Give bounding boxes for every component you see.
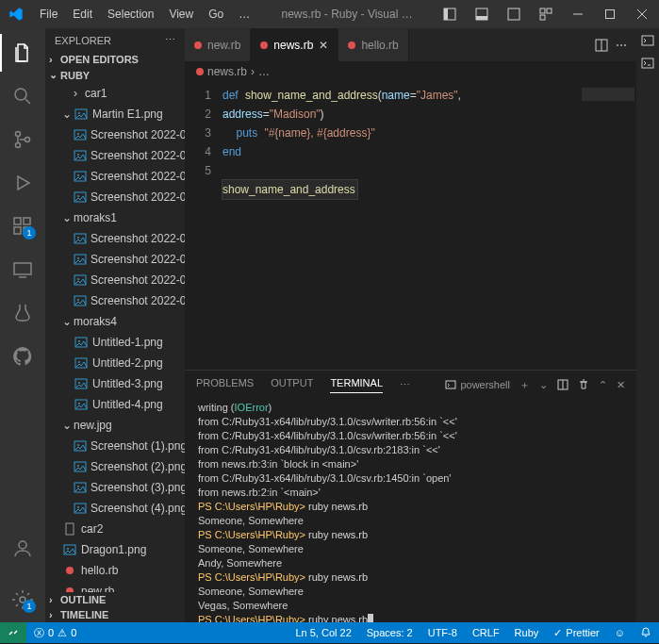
menu-view[interactable]: View [161,4,201,25]
tree-item[interactable]: Untitled-4.png [45,394,185,415]
menu-file[interactable]: File [32,4,65,25]
activity-search[interactable] [0,77,45,115]
prettier[interactable]: ✓Prettier [546,622,606,643]
tree-item[interactable]: Dragon1.png [45,539,185,560]
layout-right-icon[interactable] [501,0,527,28]
tree-item[interactable]: new.rb [45,581,185,592]
svg-point-42 [77,299,79,301]
eol[interactable]: CRLF [465,622,507,643]
encoding[interactable]: UTF-8 [420,622,465,643]
panel-terminal[interactable]: TERMINAL [330,377,383,393]
svg-point-56 [77,486,79,487]
tab-news[interactable]: news.rb✕ [251,28,338,61]
terminal-action-icon[interactable] [641,34,654,47]
activity-github[interactable] [0,338,45,375]
menu-more[interactable]: … [231,4,257,25]
activity-account[interactable] [0,530,45,568]
minimize-button[interactable] [565,0,591,28]
image-icon [74,356,89,370]
tree-item[interactable]: Screenshot (1).png [45,436,185,456]
activity-settings[interactable]: 1 [0,581,45,619]
menu-go[interactable]: Go [201,4,231,25]
remote-button[interactable] [0,622,26,643]
maximize-button[interactable] [597,0,623,28]
spaces[interactable]: Spaces: 2 [359,622,420,643]
tree-item[interactable]: Untitled-3.png [45,373,185,394]
activity-debug[interactable] [0,164,45,202]
svg-point-38 [77,257,79,259]
outline-section[interactable]: ›OUTLINE [45,592,185,607]
tree-item[interactable]: Screenshot (3).png [45,477,185,498]
panel-output[interactable]: OUTPUT [271,377,313,392]
activity-explorer[interactable] [0,34,45,72]
tree-label: Screenshot (2).png [91,460,185,473]
tree-item[interactable]: Screenshot (4).png [45,498,185,519]
image-icon [74,398,89,411]
tree-item[interactable]: Screenshot 2022-02-… [45,145,185,166]
bell-icon[interactable] [633,622,659,643]
tree-label: Screenshot 2022-02-… [91,149,185,162]
tree-label: Screenshot 2022-01-… [91,128,185,141]
split-terminal-icon[interactable] [557,379,568,390]
layout-custom-icon[interactable] [533,0,559,28]
editor-content[interactable]: def show_name_and_address(name="James", … [222,82,636,370]
close-icon[interactable]: ✕ [319,39,328,52]
layout-left-icon[interactable] [437,0,463,28]
minimap[interactable] [580,82,636,370]
panel-more-icon[interactable]: ⋯ [400,379,410,391]
tab-new[interactable]: new.rb [185,28,251,61]
chevron-down-icon[interactable]: ⌄ [539,379,548,391]
tree-item[interactable]: Screenshot (2).png [45,456,185,477]
lang[interactable]: Ruby [507,622,547,643]
menu-edit[interactable]: Edit [65,4,100,25]
tree-label: new.jpg [74,419,112,432]
panel-problems[interactable]: PROBLEMS [196,377,254,392]
tree-item[interactable]: Untitled-2.png [45,353,185,373]
tree-item[interactable]: Screenshot 2022-01-… [45,124,185,145]
chevron-up-icon[interactable]: ⌃ [599,379,607,391]
tree-item[interactable]: hello.rb [45,560,185,581]
feedback-icon[interactable]: ☺ [607,622,633,643]
tab-more-icon[interactable]: ⋯ [616,39,627,52]
terminal-output[interactable]: writing (IOError) from C:/Ruby31-x64/lib… [185,399,636,622]
tree-item[interactable]: Screenshot 2022-02-… [45,166,185,187]
trash-icon[interactable] [578,379,589,390]
tree-item[interactable]: ⌄new.jpg [45,415,185,436]
terminal-dropdown[interactable]: powershell [445,379,510,390]
image-icon [74,377,89,390]
tree-item[interactable]: car2 [45,519,185,539]
activity-testing[interactable] [0,294,45,332]
activity-extensions[interactable]: 1 [0,207,45,245]
svg-line-13 [25,99,30,104]
menu-selection[interactable]: Selection [100,4,161,25]
tree-item[interactable]: Screenshot 2022-02-… [45,290,185,311]
layout-bottom-icon[interactable] [469,0,495,28]
ext-badge: 1 [23,226,36,239]
split-icon[interactable] [595,39,608,52]
ln-col[interactable]: Ln 5, Col 22 [288,622,358,643]
tree-item[interactable]: ⌄moraks4 [45,311,185,332]
folder-section[interactable]: ⌄RUBY [45,67,185,83]
tree-item[interactable]: ⌄moraks1 [45,207,185,228]
breadcrumb[interactable]: news.rb›… [185,61,636,82]
activity-scm[interactable] [0,121,45,158]
tree-item[interactable]: ›car1 [45,83,185,104]
explorer-more-icon[interactable]: ⋯ [165,34,175,46]
svg-rect-21 [14,263,31,274]
panel-close-icon[interactable]: ✕ [617,379,625,391]
tree-item[interactable]: Screenshot 2022-01-… [45,228,185,249]
open-editors-section[interactable]: ›OPEN EDITORS [45,52,185,67]
problems-button[interactable]: ⓧ0⚠0 [26,622,84,643]
new-terminal-icon[interactable]: ＋ [519,378,530,392]
tree-item[interactable]: Screenshot 2022-02-… [45,270,185,290]
activity-remote[interactable] [0,251,45,289]
tree-item[interactable]: ⌄Martin E1.png [45,104,185,124]
terminal-action2-icon[interactable] [641,57,654,70]
tree-item[interactable]: Untitled-1.png [45,332,185,353]
tab-hello[interactable]: hello.rb [338,28,408,61]
tree-item[interactable]: Screenshot 2022-02-… [45,187,185,207]
close-button[interactable] [629,0,655,28]
timeline-section[interactable]: ›TIMELINE [45,607,185,622]
tree-item[interactable]: Screenshot 2022-01-… [45,249,185,270]
tree-label: Screenshot 2022-01-… [91,253,185,266]
